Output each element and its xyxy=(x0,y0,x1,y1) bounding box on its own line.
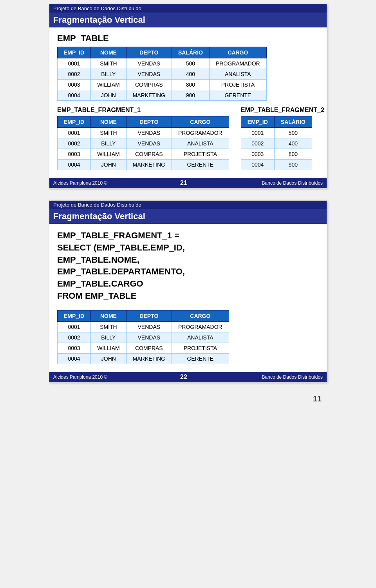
table-cell: 400 xyxy=(172,69,209,80)
fragment2-table: EMP_ID SALÁRIO 0001500000240000038000004… xyxy=(241,116,312,170)
table-cell: MARKETING xyxy=(126,353,172,364)
table-cell: 0003 xyxy=(58,149,91,160)
slide2-sql-text: EMP_TABLE_FRAGMENT_1 = SELECT (EMP_TABLE… xyxy=(57,230,319,302)
s2-col-depto: DEPTO xyxy=(126,310,172,321)
table-cell: 0004 xyxy=(58,353,91,364)
f1-col-emp-id: EMP_ID xyxy=(58,116,91,128)
table-cell: 0001 xyxy=(58,58,91,69)
table-cell: VENDAS xyxy=(126,321,172,332)
slide1-header-main: Fragmentação Vertical xyxy=(49,13,327,27)
slide2-header-main: Fragmentação Vertical xyxy=(49,209,327,224)
table-cell: SMITH xyxy=(91,321,127,332)
fragment2-label: EMP_TABLE_FRAGMENT_2 xyxy=(241,107,324,114)
table-cell: VENDAS xyxy=(126,58,172,69)
table-cell: VENDAS xyxy=(126,128,172,138)
slide1-table-title: EMP_TABLE xyxy=(57,33,319,44)
fragment1-label: EMP_TABLE_FRAGMENT_1 xyxy=(57,107,229,114)
slide2-result-table: EMP_ID NOME DEPTO CARGO 0001SMITHVENDASP… xyxy=(57,310,229,364)
table-cell: 0001 xyxy=(241,128,274,138)
f1-col-nome: NOME xyxy=(91,116,127,128)
table-cell: JOHN xyxy=(91,90,127,101)
table-cell: GERENTE xyxy=(172,353,229,364)
fragments-row: EMP_TABLE_FRAGMENT_1 EMP_ID NOME DEPTO C… xyxy=(57,107,319,170)
slide1-footer-right: Banco de Dados Distribuídos xyxy=(262,180,323,186)
table-cell: MARKETING xyxy=(126,90,172,101)
f1-col-depto: DEPTO xyxy=(126,116,172,128)
slide2-footer: Alcides Pamplona 2010 © 22 Banco de Dado… xyxy=(49,372,327,382)
s2-col-nome: NOME xyxy=(91,310,127,321)
table-cell: SMITH xyxy=(91,128,127,138)
table-cell: 900 xyxy=(172,90,209,101)
table-cell: 0003 xyxy=(58,343,91,353)
col-salario: SALÁRIO xyxy=(172,47,209,58)
outer-page-number: 11 xyxy=(313,394,322,403)
table-cell: COMPRAS xyxy=(126,343,172,353)
table-cell: WILLIAM xyxy=(91,343,127,353)
f1-col-cargo: CARGO xyxy=(172,116,229,128)
col-depto: DEPTO xyxy=(126,47,172,58)
table-cell: PROGRAMADOR xyxy=(172,128,229,138)
slide2-footer-right: Banco de Dados Distribuídos xyxy=(262,374,323,380)
col-nome: NOME xyxy=(91,47,127,58)
slide1-content: EMP_TABLE EMP_ID NOME DEPTO SALÁRIO CARG… xyxy=(49,27,327,174)
slide1-main-table: EMP_ID NOME DEPTO SALÁRIO CARGO 0001SMIT… xyxy=(57,47,267,101)
table-cell: 0002 xyxy=(241,138,274,149)
slide2-footer-left: Alcides Pamplona 2010 © xyxy=(53,374,107,380)
table-cell: BILLY xyxy=(91,69,127,80)
fragment1-block: EMP_TABLE_FRAGMENT_1 EMP_ID NOME DEPTO C… xyxy=(57,107,229,170)
table-cell: GERENTE xyxy=(172,160,229,170)
slide-2: Projeto de Banco de Dados Distribuído Fr… xyxy=(49,200,327,383)
table-cell: 0004 xyxy=(58,90,91,101)
table-cell: 0003 xyxy=(241,149,274,160)
table-cell: 0001 xyxy=(58,321,91,332)
table-cell: BILLY xyxy=(91,332,127,343)
col-cargo: CARGO xyxy=(209,47,266,58)
table-cell: 0002 xyxy=(58,69,91,80)
table-cell: VENDAS xyxy=(126,138,172,149)
s2-col-cargo: CARGO xyxy=(172,310,229,321)
table-cell: ANALISTA xyxy=(172,332,229,343)
table-cell: 400 xyxy=(274,138,312,149)
table-cell: 0002 xyxy=(58,332,91,343)
fragment1-table: EMP_ID NOME DEPTO CARGO 0001SMITHVENDASP… xyxy=(57,116,229,170)
table-cell: ANALISTA xyxy=(209,69,266,80)
slide2-content: EMP_TABLE_FRAGMENT_1 = SELECT (EMP_TABLE… xyxy=(49,224,327,368)
table-cell: 0001 xyxy=(58,128,91,138)
table-cell: 500 xyxy=(274,128,312,138)
slide2-header-top: Projeto de Banco de Dados Distribuído xyxy=(49,201,327,209)
slide1-footer: Alcides Pamplona 2010 © 21 Banco de Dado… xyxy=(49,178,327,188)
table-cell: WILLIAM xyxy=(91,149,127,160)
fragment2-block: EMP_TABLE_FRAGMENT_2 EMP_ID SALÁRIO 0001… xyxy=(241,107,324,170)
table-cell: PROJETISTA xyxy=(172,343,229,353)
table-cell: 500 xyxy=(172,58,209,69)
table-cell: WILLIAM xyxy=(91,80,127,90)
table-cell: 0003 xyxy=(58,80,91,90)
table-cell: 800 xyxy=(172,80,209,90)
table-cell: GERENTE xyxy=(209,90,266,101)
table-cell: PROJETISTA xyxy=(209,80,266,90)
table-cell: PROJETISTA xyxy=(172,149,229,160)
table-cell: 0004 xyxy=(58,160,91,170)
table-cell: COMPRAS xyxy=(126,149,172,160)
table-cell: PROGRAMADOR xyxy=(209,58,266,69)
table-cell: JOHN xyxy=(91,353,127,364)
table-cell: VENDAS xyxy=(126,332,172,343)
table-cell: VENDAS xyxy=(126,69,172,80)
col-emp-id: EMP_ID xyxy=(58,47,91,58)
table-cell: MARKETING xyxy=(126,160,172,170)
slide1-header-top: Projeto de Banco de Dados Distribuído xyxy=(49,4,327,13)
slide-1: Projeto de Banco de Dados Distribuído Fr… xyxy=(49,4,327,189)
slide1-footer-left: Alcides Pamplona 2010 © xyxy=(53,180,107,186)
table-cell: 0004 xyxy=(241,160,274,170)
slide1-page-num: 21 xyxy=(180,180,187,187)
table-cell: COMPRAS xyxy=(126,80,172,90)
table-cell: SMITH xyxy=(91,58,127,69)
table-cell: 0002 xyxy=(58,138,91,149)
table-cell: ANALISTA xyxy=(172,138,229,149)
s2-col-emp-id: EMP_ID xyxy=(58,310,91,321)
f2-col-salario: SALÁRIO xyxy=(274,116,312,128)
table-cell: BILLY xyxy=(91,138,127,149)
table-cell: 800 xyxy=(274,149,312,160)
table-cell: 900 xyxy=(274,160,312,170)
table-cell: JOHN xyxy=(91,160,127,170)
